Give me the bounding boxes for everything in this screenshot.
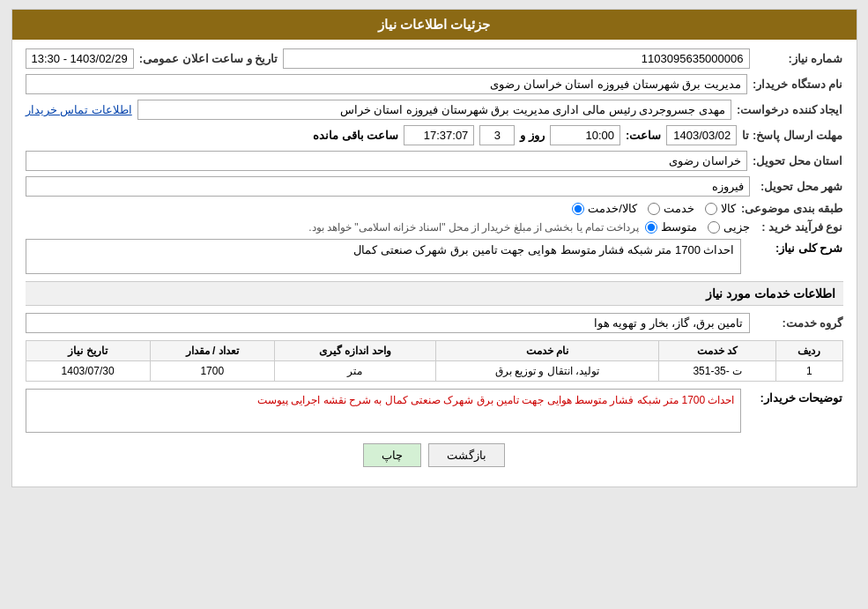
table-cell-date: 1403/07/30 — [26, 361, 150, 382]
services-table-section: ردیف کد خدمت نام خدمت واحد اندازه گیری ت… — [26, 340, 843, 382]
radio-kala-khadamat-label: کالا/خدمت — [588, 202, 637, 215]
category-label: طبقه بندی موضوعی: — [741, 202, 843, 215]
buyer-desc-text: احداث 1700 متر شبکه فشار متوسط هوایی جهت… — [257, 394, 734, 406]
service-group-label: گروه خدمت: — [755, 316, 843, 330]
buyer-desc-label: توضیحات خریدار: — [746, 389, 843, 405]
city-value: فیروزه — [26, 176, 750, 197]
need-number-row: شماره نیاز: 1103095635000006 تاریخ و ساع… — [26, 48, 843, 69]
deadline-time: 10:00 — [550, 125, 620, 145]
deadline-date: 1403/03/02 — [666, 125, 737, 145]
col-header-code: کد خدمت — [659, 341, 776, 361]
creator-value: مهدی جسروجردی رئیس مالی اداری مدیریت برق… — [137, 100, 731, 120]
city-label: شهر محل تحویل: — [755, 180, 843, 193]
print-button[interactable]: چاپ — [363, 443, 421, 467]
col-header-date: تاریخ نیاز — [26, 341, 150, 361]
radio-motavaset-label: متوسط — [661, 220, 697, 234]
radio-khadamat-label: خدمت — [664, 202, 694, 215]
need-desc-label: شرح کلی نیاز: — [746, 239, 843, 255]
radio-kala[interactable] — [705, 203, 717, 215]
buyer-desc-content: احداث 1700 متر شبکه فشار متوسط هوایی جهت… — [26, 389, 741, 433]
process-row: نوع فرآیند خرید : متوسط جزیی پرداخت تمام… — [26, 220, 843, 234]
category-row: طبقه بندی موضوعی: کالا/خدمت خدمت کالا — [26, 202, 843, 215]
process-radio-group: متوسط جزیی — [645, 220, 750, 234]
buyer-row: نام دستگاه خریدار: مدیریت برق شهرستان فی… — [26, 74, 843, 94]
radio-jozi-label: جزیی — [723, 220, 750, 234]
col-header-row: ردیف — [776, 341, 842, 361]
province-row: استان محل تحویل: خراسان رضوی — [26, 151, 843, 171]
need-number-label: شماره نیاز: — [755, 52, 843, 65]
table-cell-name: تولید، انتقال و توزیع برق — [435, 361, 659, 382]
deadline-time-label: ساعت: — [626, 129, 661, 142]
radio-kala-item[interactable]: کالا — [705, 202, 736, 215]
buyer-desc-value: احداث 1700 متر شبکه فشار متوسط هوایی جهت… — [26, 389, 741, 433]
back-button[interactable]: بازگشت — [428, 443, 505, 467]
service-group-row: گروه خدمت: تامین برق، گاز، بخار و تهویه … — [26, 313, 843, 333]
announce-value: 1403/02/29 - 13:30 — [26, 48, 134, 69]
col-header-unit: واحد اندازه گیری — [274, 341, 435, 361]
col-header-quantity: تعداد / مقدار — [150, 341, 274, 361]
need-desc-row: شرح کلی نیاز: احداث 1700 متر شبکه فشار م… — [26, 239, 843, 274]
contact-link[interactable]: اطلاعات تماس خریدار — [26, 103, 132, 116]
page-title: جزئیات اطلاعات نیاز — [12, 10, 857, 40]
table-cell-quantity: 1700 — [150, 361, 274, 382]
deadline-days: 3 — [479, 125, 515, 145]
process-label: نوع فرآیند خرید : — [755, 220, 843, 234]
content-area: شماره نیاز: 1103095635000006 تاریخ و ساع… — [12, 40, 857, 486]
table-row: 1ت -35-351تولید، انتقال و توزیع برقمتر17… — [26, 361, 842, 382]
radio-jozi[interactable] — [708, 221, 720, 234]
buttons-row: بازگشت چاپ — [26, 443, 843, 467]
deadline-row: مهلت ارسال پاسخ: تا 1403/03/02 ساعت: 10:… — [26, 125, 843, 145]
buyer-value: مدیریت برق شهرستان فیروزه استان خراسان ر… — [26, 74, 747, 94]
buyer-desc-row: توضیحات خریدار: احداث 1700 متر شبکه فشار… — [26, 389, 843, 433]
process-note: پرداخت تمام یا بخشی از مبلغ خریدار از مح… — [308, 221, 639, 234]
table-cell-row: 1 — [776, 361, 842, 382]
radio-kala-label: کالا — [721, 202, 736, 215]
col-header-name: نام خدمت — [435, 341, 659, 361]
service-info-title: اطلاعات خدمات مورد نیاز — [26, 281, 843, 306]
table-cell-code: ت -35-351 — [659, 361, 776, 382]
radio-kala-khadamat-item[interactable]: کالا/خدمت — [572, 202, 637, 215]
city-row: شهر محل تحویل: فیروزه — [26, 176, 843, 197]
radio-kala-khadamat[interactable] — [572, 203, 584, 215]
need-desc-value: احداث 1700 متر شبکه فشار متوسط هوایی جهت… — [26, 239, 741, 274]
radio-khadamat[interactable] — [648, 203, 660, 215]
creator-row: ایجاد کننده درخواست: مهدی جسروجردی رئیس … — [26, 100, 843, 120]
main-container: جزئیات اطلاعات نیاز شماره نیاز: 11030956… — [11, 9, 857, 487]
radio-motavaset[interactable] — [645, 221, 657, 234]
deadline-remaining: 17:37:07 — [404, 125, 474, 145]
buyer-label: نام دستگاه خریدار: — [753, 78, 843, 91]
province-label: استان محل تحویل: — [753, 154, 843, 167]
radio-motavaset-item[interactable]: متوسط — [645, 220, 697, 234]
radio-jozi-item[interactable]: جزیی — [708, 220, 750, 234]
creator-label: ایجاد کننده درخواست: — [737, 103, 843, 116]
deadline-label: مهلت ارسال پاسخ: تا — [742, 129, 842, 142]
category-radio-group: کالا/خدمت خدمت کالا — [572, 202, 736, 215]
service-group-value: تامین برق، گاز، بخار و تهویه هوا — [26, 313, 750, 333]
deadline-day-label: روز و — [520, 129, 545, 142]
table-cell-unit: متر — [274, 361, 435, 382]
deadline-remaining-label: ساعت باقی مانده — [313, 129, 398, 142]
need-number-value: 1103095635000006 — [283, 48, 749, 69]
province-value: خراسان رضوی — [26, 151, 747, 171]
services-table: ردیف کد خدمت نام خدمت واحد اندازه گیری ت… — [26, 340, 843, 382]
radio-khadamat-item[interactable]: خدمت — [648, 202, 694, 215]
need-desc-content: احداث 1700 متر شبکه فشار متوسط هوایی جهت… — [26, 239, 741, 274]
announce-label: تاریخ و ساعت اعلان عمومی: — [139, 52, 278, 65]
